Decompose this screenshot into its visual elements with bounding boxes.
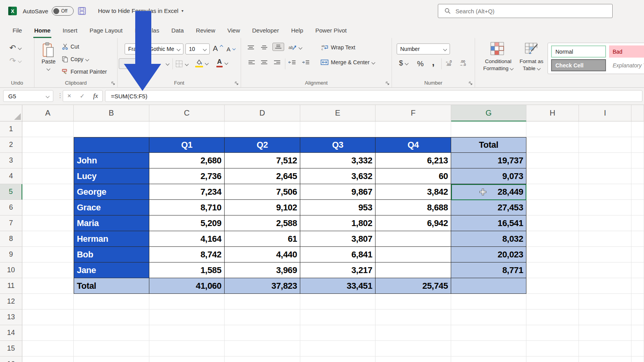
row-header-14[interactable]: 14 (0, 325, 22, 341)
cell-B11[interactable]: Total (74, 278, 149, 294)
cell-I3[interactable] (579, 153, 631, 168)
cell-D1[interactable] (225, 121, 300, 137)
alignment-dialog-launcher-icon[interactable] (385, 81, 389, 85)
cell-G16[interactable] (451, 357, 526, 362)
cell-E15[interactable] (300, 341, 376, 357)
cell-H4[interactable] (526, 168, 579, 184)
cell-F16[interactable] (376, 357, 451, 362)
cell-E2[interactable]: Q3 (300, 137, 376, 153)
cell-B12[interactable] (74, 294, 149, 310)
cell-B5[interactable]: George (74, 184, 149, 200)
cell-A10[interactable] (22, 262, 74, 278)
row-header-5[interactable]: 5 (0, 184, 22, 200)
row-header-3[interactable]: 3 (0, 153, 22, 168)
borders-button[interactable] (175, 60, 188, 68)
cell-A4[interactable] (22, 168, 74, 184)
save-icon[interactable] (78, 7, 86, 15)
cell-E16[interactable] (300, 357, 376, 362)
font-color-button[interactable]: A (216, 58, 228, 67)
tab-data[interactable]: Data (171, 23, 185, 38)
cell-F8[interactable] (376, 231, 451, 247)
copy-dropdown-icon[interactable] (85, 57, 89, 61)
cell-style-explanatory[interactable]: Explanatory Text (609, 59, 644, 71)
cell-C11[interactable]: 41,060 (149, 278, 225, 294)
cell-D6[interactable]: 9,102 (225, 200, 300, 215)
cell-G9[interactable]: 20,023 (451, 247, 526, 262)
cell-H14[interactable] (526, 325, 579, 341)
cell-C6[interactable]: 8,710 (149, 200, 225, 215)
cell-A7[interactable] (22, 215, 74, 231)
vertical-align-top-button[interactable] (247, 45, 254, 50)
cell-H9[interactable] (526, 247, 579, 262)
cell-E4[interactable]: 3,632 (300, 168, 376, 184)
cell-H7[interactable] (526, 215, 579, 231)
cell-x1[interactable] (631, 121, 644, 137)
autosave-toggle[interactable]: Off (52, 6, 74, 16)
font-name-combo[interactable]: Franklin Gothic Me (125, 43, 183, 54)
cell-x13[interactable] (631, 310, 644, 325)
tab-home[interactable]: Home (33, 23, 51, 38)
cell-E5[interactable]: 9,867 (300, 184, 376, 200)
cell-H13[interactable] (526, 310, 579, 325)
cell-D12[interactable] (225, 294, 300, 310)
cell-B8[interactable]: Herman (74, 231, 149, 247)
cell-C16[interactable] (149, 357, 225, 362)
cell-C13[interactable] (149, 310, 225, 325)
undo-button[interactable]: ↶ (9, 43, 21, 52)
cell-x16[interactable] (631, 357, 644, 362)
cell-B10[interactable]: Jane (74, 262, 149, 278)
cell-F14[interactable] (376, 325, 451, 341)
row-header-4[interactable]: 4 (0, 168, 22, 184)
increase-indent-button[interactable] (302, 60, 310, 65)
cell-I5[interactable] (579, 184, 631, 200)
cell-B9[interactable]: Bob (74, 247, 149, 262)
cell-E9[interactable]: 6,841 (300, 247, 376, 262)
cell-A8[interactable] (22, 231, 74, 247)
cell-x6[interactable] (631, 200, 644, 215)
cell-F10[interactable] (376, 262, 451, 278)
cell-G4[interactable]: 9,073 (451, 168, 526, 184)
font-size-combo[interactable]: 10 (185, 43, 210, 54)
cell-x5[interactable] (631, 184, 644, 200)
cell-G13[interactable] (451, 310, 526, 325)
clipboard-dialog-launcher-icon[interactable] (111, 81, 115, 85)
column-header-C[interactable]: C (149, 105, 225, 121)
cell-I15[interactable] (579, 341, 631, 357)
cell-D3[interactable]: 7,512 (225, 153, 300, 168)
cell-B15[interactable] (74, 341, 149, 357)
cell-C3[interactable]: 2,680 (149, 153, 225, 168)
cell-F9[interactable] (376, 247, 451, 262)
cell-F3[interactable]: 6,213 (376, 153, 451, 168)
merge-center-dropdown-icon[interactable] (371, 60, 375, 64)
cell-C12[interactable] (149, 294, 225, 310)
cell-I10[interactable] (579, 262, 631, 278)
cell-F6[interactable]: 8,688 (376, 200, 451, 215)
select-all-corner[interactable] (0, 105, 22, 121)
row-header-7[interactable]: 7 (0, 215, 22, 231)
column-header-H[interactable]: H (526, 105, 579, 121)
fill-color-dropdown-icon[interactable] (205, 62, 209, 65)
cell-I8[interactable] (579, 231, 631, 247)
cell-G15[interactable] (451, 341, 526, 357)
cell-style-check-cell[interactable]: Check Cell (551, 59, 606, 71)
cell-H6[interactable] (526, 200, 579, 215)
cell-E1[interactable] (300, 121, 376, 137)
cell-x2[interactable] (631, 137, 644, 153)
cell-G14[interactable] (451, 325, 526, 341)
cell-G1[interactable] (451, 121, 526, 137)
cell-C14[interactable] (149, 325, 225, 341)
cell-A13[interactable] (22, 310, 74, 325)
cell-B2[interactable] (74, 137, 149, 153)
cell-D2[interactable]: Q2 (225, 137, 300, 153)
cell-D15[interactable] (225, 341, 300, 357)
vertical-align-bottom-button[interactable] (272, 43, 284, 51)
name-box[interactable]: G5 (3, 90, 53, 102)
cell-D9[interactable]: 4,440 (225, 247, 300, 262)
cell-I4[interactable] (579, 168, 631, 184)
cell-B7[interactable]: Maria (74, 215, 149, 231)
align-center-button[interactable] (261, 60, 268, 65)
format-as-table-dropdown-icon[interactable] (537, 67, 541, 71)
percent-button[interactable]: % (417, 60, 424, 68)
cell-F11[interactable]: 25,745 (376, 278, 451, 294)
cell-x9[interactable] (631, 247, 644, 262)
